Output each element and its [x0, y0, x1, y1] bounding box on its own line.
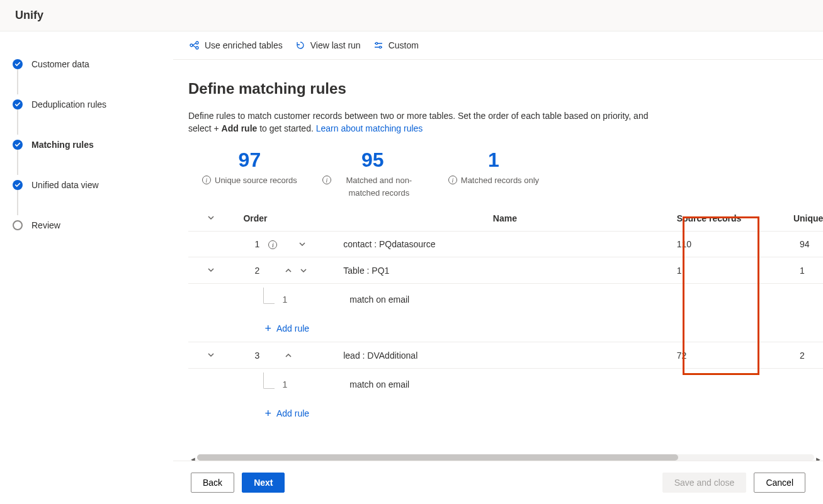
move-up-icon[interactable] — [283, 266, 293, 276]
column-unique-records[interactable]: Unique records — [788, 205, 823, 232]
column-expand[interactable] — [188, 205, 238, 232]
info-icon[interactable]: i — [202, 176, 211, 184]
scrollbar-thumb[interactable] — [197, 454, 678, 461]
plus-icon: + — [264, 323, 271, 334]
check-icon — [13, 140, 23, 150]
back-button[interactable]: Back — [191, 473, 234, 493]
row-order: 1 — [243, 239, 259, 249]
check-icon — [13, 59, 23, 69]
step-label: Review — [31, 220, 60, 230]
toolbar-label: View last run — [310, 40, 361, 50]
save-and-close-button: Save and close — [662, 473, 747, 493]
chevron-down-icon[interactable] — [206, 213, 216, 223]
scroll-left-icon[interactable]: ◄ — [190, 456, 196, 461]
info-icon[interactable]: i — [448, 176, 457, 184]
next-button[interactable]: Next — [242, 473, 285, 493]
step-unified-data-view[interactable]: Unified data view — [13, 175, 173, 195]
custom-button[interactable]: Custom — [373, 40, 419, 50]
svg-point-1 — [196, 42, 198, 44]
app-title: Unify — [15, 9, 43, 21]
add-rule-button[interactable]: + Add rule — [243, 408, 823, 419]
column-name[interactable]: Name — [338, 205, 671, 232]
move-down-icon[interactable] — [298, 266, 309, 276]
learn-link[interactable]: Learn about matching rules — [316, 123, 423, 133]
row-name: contact : PQdatasource — [338, 232, 671, 257]
add-rule-label: Add rule — [276, 323, 309, 333]
stat-value: 97 — [202, 148, 297, 172]
add-rule-button[interactable]: + Add rule — [243, 323, 823, 334]
move-up-icon[interactable] — [283, 350, 293, 361]
step-matching-rules[interactable]: Matching rules — [13, 135, 173, 155]
rules-table: Order Name Source records Unique records… — [188, 205, 823, 427]
table-subrow[interactable]: 1 match on email 0% — [188, 369, 823, 401]
check-icon — [13, 99, 23, 109]
add-rule-row: + Add rule — [188, 315, 823, 342]
row-unique: 2 — [788, 342, 823, 369]
svg-point-2 — [196, 47, 198, 49]
column-order[interactable]: Order — [238, 205, 338, 232]
svg-point-3 — [375, 42, 377, 44]
chevron-down-icon[interactable] — [206, 350, 216, 360]
step-label: Unified data view — [31, 180, 99, 190]
use-enriched-tables-button[interactable]: Use enriched tables — [190, 40, 283, 50]
subrow-name: match on email — [338, 284, 671, 316]
table-row[interactable]: 3 lead : DVAdditional 72 2 0% matched — [188, 342, 823, 369]
info-icon[interactable]: i — [322, 176, 331, 184]
nodes-icon — [190, 40, 200, 50]
step-review[interactable]: Review — [13, 215, 173, 235]
stat-matched-nonmatched: 95 iMatched and non-matched records — [322, 148, 423, 199]
row-unique: 94 — [788, 232, 823, 257]
svg-point-4 — [379, 46, 381, 48]
stats-row: 97 iUnique source records 95 iMatched an… — [188, 148, 823, 199]
plus-icon: + — [264, 408, 271, 419]
svg-point-0 — [190, 44, 193, 47]
stat-unique-source: 97 iUnique source records — [202, 148, 297, 199]
row-order: 2 — [243, 266, 259, 276]
page-description: Define rules to match customer records b… — [188, 110, 654, 135]
row-source: 110 — [672, 232, 788, 257]
row-source: 1 — [672, 257, 788, 284]
subrow-order: 1 — [282, 379, 287, 389]
toolbar-label: Custom — [389, 40, 419, 50]
wizard-steps-sidebar: Customer data Deduplication rules Matchi… — [0, 31, 173, 504]
stat-label: Unique source records — [215, 174, 297, 187]
stat-label: Matched and non-matched records — [335, 174, 423, 199]
step-customer-data[interactable]: Customer data — [13, 54, 173, 74]
cancel-button[interactable]: Cancel — [754, 473, 805, 493]
row-unique: 1 — [788, 257, 823, 284]
column-source-records[interactable]: Source records — [672, 205, 788, 232]
subrow-order: 1 — [282, 294, 287, 305]
info-icon[interactable]: i — [268, 240, 277, 249]
scroll-right-icon[interactable]: ► — [815, 456, 822, 461]
subrow-name: match on email — [338, 369, 671, 401]
chevron-down-icon[interactable] — [206, 265, 216, 275]
stat-value: 95 — [322, 148, 423, 172]
move-down-icon[interactable] — [297, 239, 307, 249]
row-name: lead : DVAdditional — [338, 342, 671, 369]
toolbar: Use enriched tables View last run Custom — [173, 31, 823, 60]
page-title: Define matching rules — [188, 80, 823, 98]
view-last-run-button[interactable]: View last run — [295, 40, 361, 50]
toolbar-label: Use enriched tables — [205, 40, 283, 50]
row-order: 3 — [243, 350, 259, 361]
step-label: Matching rules — [31, 140, 94, 150]
table-subrow[interactable]: 1 match on email 100.0% — [188, 284, 823, 316]
stat-label: Matched records only — [461, 174, 539, 187]
step-deduplication-rules[interactable]: Deduplication rules — [13, 94, 173, 115]
table-row[interactable]: 1 i contact : PQdatasource 110 94 — [188, 232, 823, 257]
table-row[interactable]: 2 Table : PQ1 1 1 100.0% matched — [188, 257, 823, 284]
wizard-footer: Back Next Save and close Cancel — [173, 461, 823, 504]
step-label: Deduplication rules — [31, 99, 106, 109]
page-header: Unify — [0, 0, 823, 31]
rules-table-wrapper: Order Name Source records Unique records… — [188, 205, 823, 456]
stat-matched-only: 1 iMatched records only — [448, 148, 539, 199]
circle-empty-icon — [13, 220, 23, 230]
add-rule-row: + Add rule — [188, 400, 823, 427]
horizontal-scrollbar[interactable] — [197, 454, 814, 461]
check-icon — [13, 180, 23, 190]
row-name: Table : PQ1 — [338, 257, 671, 284]
history-icon — [295, 40, 305, 50]
add-rule-label: Add rule — [276, 408, 309, 418]
step-label: Customer data — [31, 59, 89, 69]
stat-value: 1 — [448, 148, 539, 172]
